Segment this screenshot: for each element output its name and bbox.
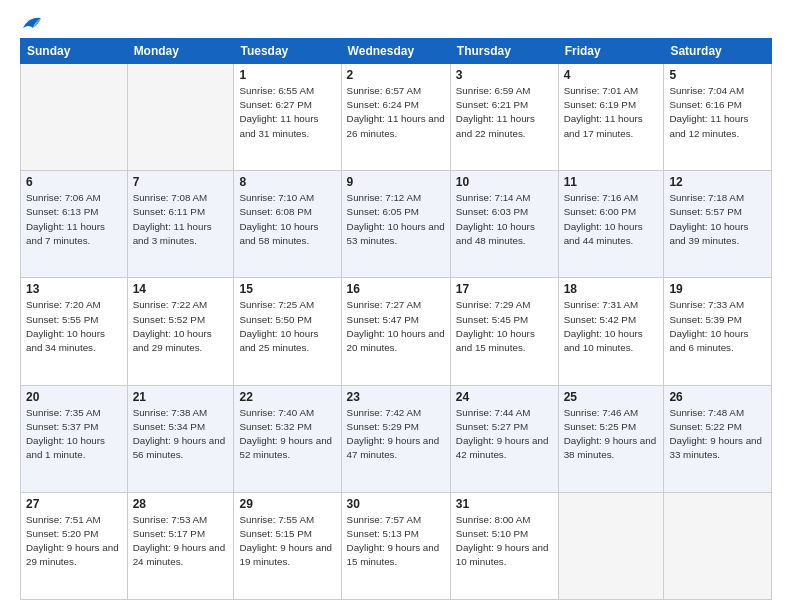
day-info: Sunrise: 7:12 AM Sunset: 6:05 PM Dayligh…: [347, 191, 445, 248]
day-info: Sunrise: 7:57 AM Sunset: 5:13 PM Dayligh…: [347, 513, 445, 570]
table-row: 21Sunrise: 7:38 AM Sunset: 5:34 PM Dayli…: [127, 385, 234, 492]
table-row: 13Sunrise: 7:20 AM Sunset: 5:55 PM Dayli…: [21, 278, 128, 385]
day-info: Sunrise: 7:22 AM Sunset: 5:52 PM Dayligh…: [133, 298, 229, 355]
day-info: Sunrise: 7:20 AM Sunset: 5:55 PM Dayligh…: [26, 298, 122, 355]
day-number: 12: [669, 175, 766, 189]
table-row: 20Sunrise: 7:35 AM Sunset: 5:37 PM Dayli…: [21, 385, 128, 492]
day-number: 17: [456, 282, 553, 296]
day-info: Sunrise: 7:08 AM Sunset: 6:11 PM Dayligh…: [133, 191, 229, 248]
day-number: 25: [564, 390, 659, 404]
logo-bird-icon: [21, 14, 43, 32]
day-number: 11: [564, 175, 659, 189]
calendar-week-row: 6Sunrise: 7:06 AM Sunset: 6:13 PM Daylig…: [21, 171, 772, 278]
table-row: 25Sunrise: 7:46 AM Sunset: 5:25 PM Dayli…: [558, 385, 664, 492]
day-number: 24: [456, 390, 553, 404]
day-number: 19: [669, 282, 766, 296]
table-row: 23Sunrise: 7:42 AM Sunset: 5:29 PM Dayli…: [341, 385, 450, 492]
table-row: 22Sunrise: 7:40 AM Sunset: 5:32 PM Dayli…: [234, 385, 341, 492]
day-info: Sunrise: 7:18 AM Sunset: 5:57 PM Dayligh…: [669, 191, 766, 248]
day-number: 30: [347, 497, 445, 511]
day-info: Sunrise: 7:40 AM Sunset: 5:32 PM Dayligh…: [239, 406, 335, 463]
calendar-table: Sunday Monday Tuesday Wednesday Thursday…: [20, 38, 772, 600]
col-thursday: Thursday: [450, 39, 558, 64]
day-number: 8: [239, 175, 335, 189]
day-number: 27: [26, 497, 122, 511]
table-row: 11Sunrise: 7:16 AM Sunset: 6:00 PM Dayli…: [558, 171, 664, 278]
day-number: 5: [669, 68, 766, 82]
day-info: Sunrise: 7:06 AM Sunset: 6:13 PM Dayligh…: [26, 191, 122, 248]
col-monday: Monday: [127, 39, 234, 64]
table-row: 17Sunrise: 7:29 AM Sunset: 5:45 PM Dayli…: [450, 278, 558, 385]
table-row: 10Sunrise: 7:14 AM Sunset: 6:03 PM Dayli…: [450, 171, 558, 278]
table-row: 5Sunrise: 7:04 AM Sunset: 6:16 PM Daylig…: [664, 64, 772, 171]
day-info: Sunrise: 7:29 AM Sunset: 5:45 PM Dayligh…: [456, 298, 553, 355]
table-row: 16Sunrise: 7:27 AM Sunset: 5:47 PM Dayli…: [341, 278, 450, 385]
day-number: 18: [564, 282, 659, 296]
calendar-week-row: 1Sunrise: 6:55 AM Sunset: 6:27 PM Daylig…: [21, 64, 772, 171]
table-row: 2Sunrise: 6:57 AM Sunset: 6:24 PM Daylig…: [341, 64, 450, 171]
table-row: [21, 64, 128, 171]
day-info: Sunrise: 7:55 AM Sunset: 5:15 PM Dayligh…: [239, 513, 335, 570]
day-info: Sunrise: 8:00 AM Sunset: 5:10 PM Dayligh…: [456, 513, 553, 570]
day-info: Sunrise: 7:53 AM Sunset: 5:17 PM Dayligh…: [133, 513, 229, 570]
table-row: 27Sunrise: 7:51 AM Sunset: 5:20 PM Dayli…: [21, 492, 128, 599]
day-info: Sunrise: 7:14 AM Sunset: 6:03 PM Dayligh…: [456, 191, 553, 248]
day-info: Sunrise: 7:51 AM Sunset: 5:20 PM Dayligh…: [26, 513, 122, 570]
table-row: 1Sunrise: 6:55 AM Sunset: 6:27 PM Daylig…: [234, 64, 341, 171]
table-row: 19Sunrise: 7:33 AM Sunset: 5:39 PM Dayli…: [664, 278, 772, 385]
day-number: 13: [26, 282, 122, 296]
table-row: 14Sunrise: 7:22 AM Sunset: 5:52 PM Dayli…: [127, 278, 234, 385]
day-number: 22: [239, 390, 335, 404]
calendar-header-row: Sunday Monday Tuesday Wednesday Thursday…: [21, 39, 772, 64]
logo: [20, 18, 43, 28]
table-row: 3Sunrise: 6:59 AM Sunset: 6:21 PM Daylig…: [450, 64, 558, 171]
col-tuesday: Tuesday: [234, 39, 341, 64]
day-number: 14: [133, 282, 229, 296]
day-info: Sunrise: 6:59 AM Sunset: 6:21 PM Dayligh…: [456, 84, 553, 141]
table-row: 15Sunrise: 7:25 AM Sunset: 5:50 PM Dayli…: [234, 278, 341, 385]
table-row: [558, 492, 664, 599]
day-info: Sunrise: 6:57 AM Sunset: 6:24 PM Dayligh…: [347, 84, 445, 141]
day-number: 31: [456, 497, 553, 511]
day-number: 20: [26, 390, 122, 404]
page: Sunday Monday Tuesday Wednesday Thursday…: [0, 0, 792, 612]
day-number: 23: [347, 390, 445, 404]
table-row: 31Sunrise: 8:00 AM Sunset: 5:10 PM Dayli…: [450, 492, 558, 599]
day-number: 2: [347, 68, 445, 82]
table-row: 7Sunrise: 7:08 AM Sunset: 6:11 PM Daylig…: [127, 171, 234, 278]
header: [20, 18, 772, 28]
day-info: Sunrise: 7:27 AM Sunset: 5:47 PM Dayligh…: [347, 298, 445, 355]
table-row: 28Sunrise: 7:53 AM Sunset: 5:17 PM Dayli…: [127, 492, 234, 599]
table-row: 12Sunrise: 7:18 AM Sunset: 5:57 PM Dayli…: [664, 171, 772, 278]
table-row: 8Sunrise: 7:10 AM Sunset: 6:08 PM Daylig…: [234, 171, 341, 278]
day-number: 6: [26, 175, 122, 189]
day-number: 28: [133, 497, 229, 511]
day-number: 16: [347, 282, 445, 296]
day-number: 29: [239, 497, 335, 511]
day-info: Sunrise: 7:04 AM Sunset: 6:16 PM Dayligh…: [669, 84, 766, 141]
day-number: 10: [456, 175, 553, 189]
table-row: 4Sunrise: 7:01 AM Sunset: 6:19 PM Daylig…: [558, 64, 664, 171]
day-number: 9: [347, 175, 445, 189]
day-number: 4: [564, 68, 659, 82]
table-row: [664, 492, 772, 599]
day-number: 21: [133, 390, 229, 404]
day-number: 1: [239, 68, 335, 82]
col-wednesday: Wednesday: [341, 39, 450, 64]
col-sunday: Sunday: [21, 39, 128, 64]
table-row: 26Sunrise: 7:48 AM Sunset: 5:22 PM Dayli…: [664, 385, 772, 492]
calendar-week-row: 13Sunrise: 7:20 AM Sunset: 5:55 PM Dayli…: [21, 278, 772, 385]
table-row: [127, 64, 234, 171]
table-row: 29Sunrise: 7:55 AM Sunset: 5:15 PM Dayli…: [234, 492, 341, 599]
col-friday: Friday: [558, 39, 664, 64]
day-number: 26: [669, 390, 766, 404]
day-number: 7: [133, 175, 229, 189]
day-info: Sunrise: 7:16 AM Sunset: 6:00 PM Dayligh…: [564, 191, 659, 248]
table-row: 30Sunrise: 7:57 AM Sunset: 5:13 PM Dayli…: [341, 492, 450, 599]
day-info: Sunrise: 7:10 AM Sunset: 6:08 PM Dayligh…: [239, 191, 335, 248]
table-row: 24Sunrise: 7:44 AM Sunset: 5:27 PM Dayli…: [450, 385, 558, 492]
day-info: Sunrise: 7:44 AM Sunset: 5:27 PM Dayligh…: [456, 406, 553, 463]
day-number: 15: [239, 282, 335, 296]
day-info: Sunrise: 7:46 AM Sunset: 5:25 PM Dayligh…: [564, 406, 659, 463]
table-row: 9Sunrise: 7:12 AM Sunset: 6:05 PM Daylig…: [341, 171, 450, 278]
